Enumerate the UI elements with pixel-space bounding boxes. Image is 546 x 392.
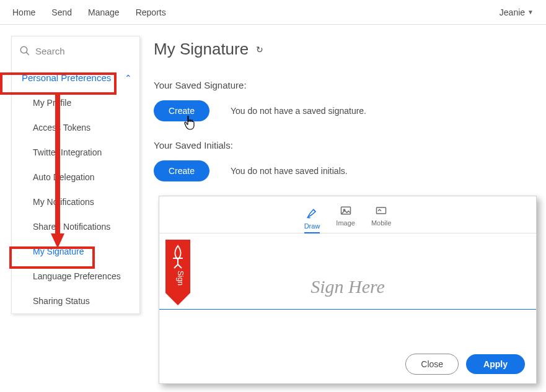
top-nav-left: Home Send Manage Reports xyxy=(12,7,166,17)
search-icon xyxy=(19,45,30,56)
no-signature-text: You do not have a saved signature. xyxy=(231,106,366,116)
signature-modal: Draw Image Mobile Sign Sign Here Close A… xyxy=(159,196,537,384)
sidebar-item-my-notifications[interactable]: My Notifications xyxy=(12,189,139,214)
nav-manage[interactable]: Manage xyxy=(88,7,120,17)
svg-line-1 xyxy=(26,52,29,55)
modal-footer: Close Apply xyxy=(159,345,536,383)
signature-row: Create You do not have a saved signature… xyxy=(154,100,535,121)
nav-home[interactable]: Home xyxy=(12,7,35,17)
sidebar-item-language-preferences[interactable]: Language Preferences xyxy=(12,264,139,289)
sidebar-item-shared-notifications[interactable]: Shared Notifications xyxy=(12,214,139,239)
user-name: Jeanie xyxy=(500,7,525,17)
image-icon xyxy=(339,204,353,217)
apply-button[interactable]: Apply xyxy=(466,354,525,374)
svg-text:Sign: Sign xyxy=(176,271,185,285)
page-title: My Signature xyxy=(154,40,249,59)
sidebar-item-twitter-integration[interactable]: Twitter Integration xyxy=(12,140,139,165)
chevron-up-icon: ⌃ xyxy=(125,73,132,83)
tab-mobile[interactable]: Mobile xyxy=(371,204,391,229)
initials-row: Create You do not have saved initials. xyxy=(154,160,535,181)
tab-image-label: Image xyxy=(336,219,355,227)
saved-initials-label: Your Saved Initials: xyxy=(154,140,535,150)
tab-draw-label: Draw xyxy=(304,222,320,230)
adobe-sign-ribbon-icon: Sign xyxy=(165,240,190,308)
sidebar-item-auto-delegation[interactable]: Auto Delegation xyxy=(12,165,139,189)
sidebar-section-title: Personal Preferences xyxy=(19,71,113,84)
draw-icon xyxy=(306,207,319,220)
caret-down-icon: ▼ xyxy=(527,9,534,15)
search-placeholder: Search xyxy=(35,46,65,56)
nav-reports[interactable]: Reports xyxy=(136,7,166,17)
sidebar-list: My Profile Access Tokens Twitter Integra… xyxy=(12,90,139,313)
user-menu[interactable]: Jeanie ▼ xyxy=(500,7,534,17)
saved-signature-label: Your Saved Signature: xyxy=(154,80,535,90)
search-input[interactable]: Search xyxy=(12,37,139,65)
sidebar-item-my-profile[interactable]: My Profile xyxy=(12,90,139,115)
sign-here-placeholder: Sign Here xyxy=(310,276,385,297)
svg-point-0 xyxy=(20,46,27,53)
page-title-row: My Signature ↻ xyxy=(154,40,535,59)
tab-mobile-label: Mobile xyxy=(371,219,391,227)
sidebar-section-header[interactable]: Personal Preferences ⌃ xyxy=(12,65,139,90)
modal-tabs: Draw Image Mobile xyxy=(159,196,536,233)
signature-canvas[interactable]: Sign Sign Here xyxy=(159,233,536,345)
close-button[interactable]: Close xyxy=(405,354,459,375)
sidebar-item-access-tokens[interactable]: Access Tokens xyxy=(12,115,139,140)
top-nav: Home Send Manage Reports Jeanie ▼ xyxy=(0,0,546,25)
sidebar-item-sharing-status[interactable]: Sharing Status xyxy=(12,289,139,313)
nav-send[interactable]: Send xyxy=(51,7,72,17)
signature-line xyxy=(159,309,536,310)
sidebar-item-my-signature[interactable]: My Signature xyxy=(12,239,139,264)
create-signature-button[interactable]: Create xyxy=(154,100,209,121)
create-initials-button[interactable]: Create xyxy=(154,160,209,181)
tab-draw[interactable]: Draw xyxy=(304,207,320,233)
no-initials-text: You do not have saved initials. xyxy=(231,166,348,176)
mobile-icon xyxy=(374,204,388,217)
sidebar: Search Personal Preferences ⌃ My Profile… xyxy=(11,36,140,314)
tab-image[interactable]: Image xyxy=(336,204,355,229)
refresh-icon[interactable]: ↻ xyxy=(256,45,263,54)
